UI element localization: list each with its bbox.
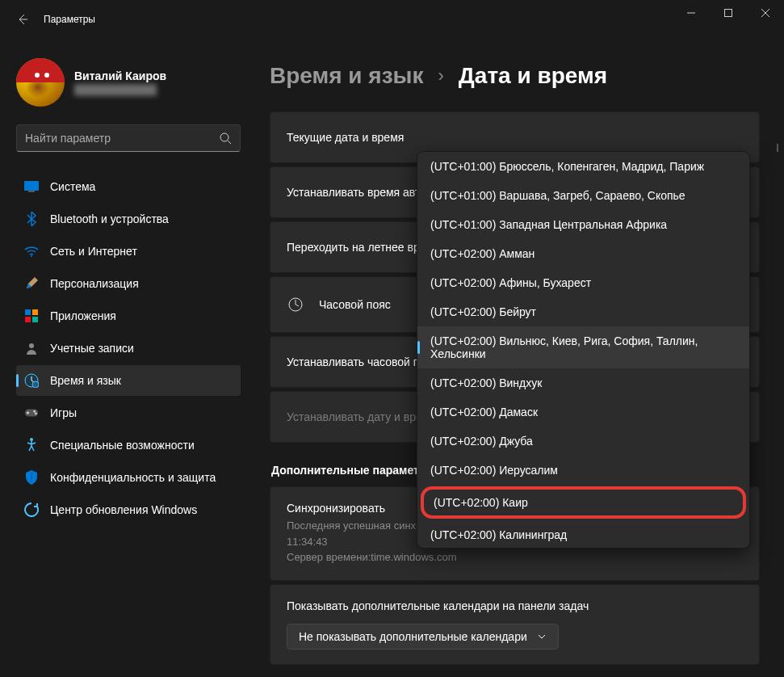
timezone-option[interactable]: (UTC+02:00) Бейрут bbox=[417, 297, 749, 326]
apps-icon bbox=[24, 309, 39, 323]
sidebar-item-label: Учетные записи bbox=[50, 342, 134, 355]
maximize-icon bbox=[724, 9, 732, 17]
sidebar-item-label: Система bbox=[50, 180, 95, 193]
a11y-icon bbox=[24, 438, 39, 452]
sidebar-item-network[interactable]: Сеть и Интернет bbox=[16, 236, 241, 267]
clock-icon bbox=[24, 373, 39, 388]
titlebar: Параметры bbox=[0, 0, 784, 39]
svg-rect-2 bbox=[24, 181, 39, 191]
sync-server: Сервер времени:time.windows.com bbox=[287, 549, 604, 566]
sidebar-item-apps[interactable]: Приложения bbox=[16, 301, 241, 331]
gamepad-icon bbox=[24, 406, 39, 420]
timezone-option[interactable]: (UTC+01:00) Западная Центральная Африка bbox=[417, 210, 749, 239]
svg-rect-3 bbox=[28, 191, 35, 192]
minimize-icon bbox=[687, 9, 695, 17]
sidebar-item-label: Bluetooth и устройства bbox=[50, 212, 169, 225]
maximize-button[interactable] bbox=[710, 0, 747, 26]
sidebar: Виталий Каиров ████████████ СистемаBluet… bbox=[0, 39, 250, 677]
calendars-card: Показывать дополнительные календари на п… bbox=[270, 584, 760, 665]
shield-icon bbox=[24, 470, 39, 485]
sidebar-item-label: Персонализация bbox=[50, 277, 139, 290]
breadcrumb-parent[interactable]: Время и язык bbox=[270, 63, 424, 89]
svg-rect-0 bbox=[725, 10, 732, 17]
timezone-option[interactable]: (UTC+02:00) Калининград bbox=[417, 520, 749, 548]
svg-rect-7 bbox=[25, 317, 31, 322]
search-icon bbox=[219, 132, 232, 145]
window-title: Параметры bbox=[44, 14, 95, 25]
sidebar-item-label: Время и язык bbox=[50, 374, 121, 387]
svg-point-15 bbox=[30, 438, 33, 441]
sidebar-item-personalization[interactable]: Персонализация bbox=[16, 268, 241, 299]
sidebar-item-update[interactable]: Центр обновления Windows bbox=[16, 494, 241, 525]
chevron-down-icon bbox=[537, 632, 547, 641]
timezone-option[interactable]: (UTC+02:00) Каир bbox=[421, 486, 746, 519]
timezone-option[interactable]: (UTC+01:00) Варшава, Загреб, Сараево, Ск… bbox=[417, 181, 749, 210]
sidebar-item-privacy[interactable]: Конфиденциальность и защита bbox=[16, 462, 241, 493]
sidebar-item-label: Сеть и Интернет bbox=[50, 245, 137, 258]
brush-icon bbox=[24, 276, 39, 291]
avatar bbox=[16, 58, 65, 107]
breadcrumb-current: Дата и время bbox=[459, 63, 607, 89]
sidebar-item-bluetooth[interactable]: Bluetooth и устройства bbox=[16, 204, 241, 234]
user-email: ████████████ bbox=[74, 84, 166, 95]
sidebar-item-accounts[interactable]: Учетные записи bbox=[16, 333, 241, 364]
minimize-button[interactable] bbox=[673, 0, 710, 26]
timezone-option[interactable]: (UTC+02:00) Дамаск bbox=[417, 397, 749, 427]
scrollbar-indicator[interactable] bbox=[777, 144, 778, 152]
user-name: Виталий Каиров bbox=[74, 69, 166, 82]
breadcrumb: Время и язык › Дата и время bbox=[270, 63, 760, 89]
svg-point-13 bbox=[33, 410, 36, 413]
main-panel: Время и язык › Дата и время Текущие дата… bbox=[250, 39, 784, 677]
sidebar-item-timelang[interactable]: Время и язык bbox=[16, 365, 241, 396]
sidebar-item-label: Игры bbox=[50, 406, 77, 419]
timezone-dropdown: (UTC+01:00) Брюссель, Копенгаген, Мадрид… bbox=[417, 151, 750, 549]
timezone-option[interactable]: (UTC+02:00) Иерусалим bbox=[417, 456, 749, 485]
timezone-option[interactable]: (UTC+01:00) Брюссель, Копенгаген, Мадрид… bbox=[417, 152, 749, 181]
setting-label: Текущие дата и время bbox=[287, 131, 743, 144]
sidebar-item-label: Центр обновления Windows bbox=[50, 503, 197, 516]
timezone-option[interactable]: (UTC+02:00) Вильнюс, Киев, Рига, София, … bbox=[417, 326, 749, 368]
timezone-option[interactable]: (UTC+02:00) Амман bbox=[417, 239, 749, 268]
svg-rect-8 bbox=[32, 317, 38, 322]
svg-rect-6 bbox=[32, 309, 38, 315]
search-box[interactable] bbox=[16, 124, 241, 152]
globe-clock-icon bbox=[287, 296, 304, 313]
svg-point-14 bbox=[35, 413, 37, 415]
sidebar-item-gaming[interactable]: Игры bbox=[16, 397, 241, 428]
svg-rect-5 bbox=[25, 309, 31, 315]
timezone-option[interactable]: (UTC+02:00) Джуба bbox=[417, 427, 749, 456]
sidebar-item-label: Специальные возможности bbox=[50, 439, 195, 452]
window-controls bbox=[673, 0, 784, 26]
sidebar-item-accessibility[interactable]: Специальные возможности bbox=[16, 430, 241, 460]
wifi-icon bbox=[24, 244, 39, 259]
person-icon bbox=[24, 341, 39, 355]
nav-list: СистемаBluetooth и устройстваСеть и Инте… bbox=[16, 171, 241, 525]
system-icon bbox=[24, 179, 39, 194]
timezone-option[interactable]: (UTC+02:00) Виндхук bbox=[417, 368, 749, 397]
bluetooth-icon bbox=[24, 212, 39, 226]
calendars-select[interactable]: Не показывать дополнительные календари bbox=[287, 624, 559, 650]
svg-point-11 bbox=[32, 381, 39, 388]
search-input[interactable] bbox=[25, 132, 219, 145]
update-icon bbox=[24, 502, 39, 517]
sidebar-item-label: Приложения bbox=[50, 309, 116, 322]
close-icon bbox=[761, 9, 769, 17]
back-button[interactable] bbox=[6, 3, 39, 36]
back-arrow-icon bbox=[16, 13, 29, 26]
svg-point-1 bbox=[220, 133, 228, 141]
close-button[interactable] bbox=[747, 0, 784, 26]
svg-point-9 bbox=[29, 343, 34, 348]
sidebar-item-label: Конфиденциальность и защита bbox=[50, 471, 216, 484]
calendars-selected-value: Не показывать дополнительные календари bbox=[299, 630, 527, 643]
svg-point-4 bbox=[31, 255, 32, 257]
calendars-label: Показывать дополнительные календари на п… bbox=[287, 599, 743, 612]
breadcrumb-sep-icon: › bbox=[438, 65, 444, 86]
sidebar-item-system[interactable]: Система bbox=[16, 171, 241, 202]
timezone-option[interactable]: (UTC+02:00) Афины, Бухарест bbox=[417, 268, 749, 297]
user-block[interactable]: Виталий Каиров ████████████ bbox=[16, 58, 241, 107]
